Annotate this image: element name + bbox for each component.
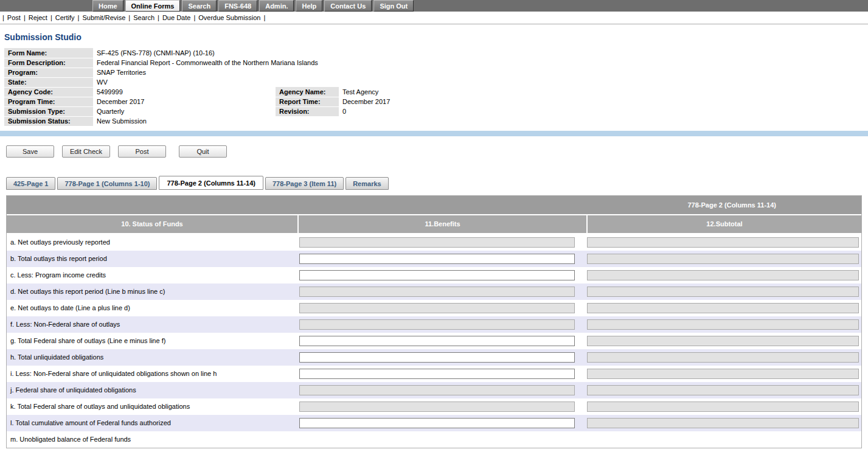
tab-strip: 425-Page 1778-Page 1 (Columns 1-10)778-P… (6, 176, 868, 190)
row-label: b. Total outlays this report period (7, 255, 297, 262)
row-label: i. Less: Non-Federal share of unliquidat… (7, 370, 297, 377)
info-value-form-name: SF-425 (FNS-778) (CNMI-NAP) (10-16) (93, 48, 864, 58)
menu-separator: | (2, 14, 4, 21)
subtotal-cell (585, 287, 861, 297)
benefits-input[interactable] (299, 270, 575, 280)
benefits-input[interactable] (299, 352, 575, 363)
grid-row-g: g. Total Federal share of outlays (Line … (7, 333, 861, 349)
form-info-row: Form Description:Federal Financial Repor… (4, 58, 864, 68)
benefits-input (299, 237, 575, 248)
edit-check-button[interactable]: Edit Check (62, 145, 110, 158)
subtotal-cell (585, 402, 861, 412)
benefits-cell (297, 254, 585, 264)
grid-row-b: b. Total outlays this report period (7, 251, 861, 267)
subtotal-input (587, 237, 859, 248)
info-label-form-description: Form Description: (4, 58, 93, 68)
subtotal-cell (585, 237, 861, 248)
menu-separator: | (24, 14, 26, 21)
tab-778-page-1-columns-1-10[interactable]: 778-Page 1 (Columns 1-10) (57, 177, 157, 190)
subtotal-cell (585, 352, 861, 363)
menu-search[interactable]: Search (133, 14, 155, 21)
subtotal-input (587, 402, 859, 412)
subtotal-input (587, 385, 859, 395)
info-value-report-time: December 2017 (339, 97, 864, 106)
post-button[interactable]: Post (118, 145, 166, 158)
column-header-benefits: 11.Benefits (299, 215, 586, 233)
nav-search[interactable]: Search (182, 0, 217, 12)
benefits-input[interactable] (299, 254, 575, 264)
info-label-agency-name: Agency Name: (276, 87, 339, 97)
benefits-cell (297, 336, 585, 346)
action-buttons: SaveEdit CheckPostQuit (6, 145, 868, 158)
grid-row-a: a. Net outlays previously reported (7, 234, 861, 251)
nav-home[interactable]: Home (92, 0, 123, 12)
grid-row-k: k. Total Federal share of outlays and un… (7, 398, 861, 415)
info-value-agency-name: Test Agency (339, 87, 864, 97)
grid-row-e: e. Net outlays to date (Line a plus line… (7, 300, 861, 316)
benefits-cell (297, 319, 585, 330)
menu-reject[interactable]: Reject (29, 14, 47, 21)
row-label: h. Total unliquidated obligations (7, 353, 297, 361)
menu-overdue-submission[interactable]: Overdue Submission (198, 14, 260, 21)
menu-post[interactable]: Post (7, 14, 21, 21)
form-info-row: Submission Type:QuarterlyRevision:0 (4, 106, 864, 116)
menu-certify[interactable]: Certify (55, 14, 75, 21)
nav-contact-us[interactable]: Contact Us (324, 0, 372, 12)
subtotal-cell (585, 369, 861, 379)
tab-778-page-3-item-11[interactable]: 778-Page 3 (Item 11) (265, 177, 344, 190)
benefits-input (299, 303, 575, 313)
row-label: k. Total Federal share of outlays and un… (7, 403, 297, 410)
nav-online-forms[interactable]: Online Forms (125, 0, 181, 12)
form-info-row: Program:SNAP Territories (4, 68, 864, 77)
info-value-form-description: Federal Financial Report - Commonwealth … (93, 58, 864, 68)
row-label: m. Unobligated balance of Federal funds (7, 436, 297, 443)
benefits-input (299, 385, 575, 395)
subtotal-cell (585, 254, 861, 264)
action-menubar: |Post|Reject|Certify|Submit/Revise|Searc… (0, 12, 868, 24)
benefits-cell (297, 369, 585, 379)
row-label: e. Net outlays to date (Line a plus line… (7, 304, 297, 311)
nav-fns-648[interactable]: FNS-648 (218, 0, 257, 12)
menu-separator: | (263, 14, 265, 21)
benefits-cell (297, 270, 585, 280)
grid-row-i: i. Less: Non-Federal share of unliquidat… (7, 366, 861, 382)
benefits-input[interactable] (299, 336, 575, 346)
benefits-cell (297, 303, 585, 313)
row-label: l. Total cumulative amount of Federal fu… (7, 419, 297, 426)
grid-row-h: h. Total unliquidated obligations (7, 349, 861, 366)
info-label-form-name: Form Name: (4, 48, 93, 58)
tab-remarks[interactable]: Remarks (345, 177, 388, 190)
row-label: a. Net outlays previously reported (7, 238, 297, 246)
info-label-revision: Revision: (276, 106, 339, 116)
benefits-input (299, 402, 575, 412)
info-value-revision: 0 (339, 106, 864, 116)
nav-help[interactable]: Help (296, 0, 322, 12)
benefits-cell (297, 352, 585, 363)
menu-separator: | (193, 14, 195, 21)
benefits-input[interactable] (299, 369, 575, 379)
tab-425-page-1[interactable]: 425-Page 1 (6, 177, 55, 190)
benefits-input[interactable] (299, 418, 575, 428)
menu-due-date[interactable]: Due Date (162, 14, 190, 21)
quit-button[interactable]: Quit (179, 145, 227, 158)
nav-sign-out[interactable]: Sign Out (373, 0, 414, 12)
subtotal-cell (585, 336, 861, 346)
info-label-state: State: (4, 77, 93, 87)
info-value-submission-status: New Submission (93, 116, 864, 126)
nav-admin[interactable]: Admin. (259, 0, 294, 12)
row-label: g. Total Federal share of outlays (Line … (7, 337, 297, 344)
info-value-state: WV (93, 77, 864, 87)
info-value-program-time: December 2017 (93, 97, 276, 106)
info-label-submission-status: Submission Status: (4, 116, 93, 126)
subtotal-input (587, 319, 859, 330)
save-button[interactable]: Save (6, 145, 54, 158)
grid-column-headers: 10. Status of Funds 11.Benefits 12.Subto… (7, 214, 861, 233)
benefits-cell (297, 418, 585, 428)
menu-submit-revise[interactable]: Submit/Revise (82, 14, 125, 21)
benefits-cell (297, 287, 585, 297)
benefits-cell (297, 385, 585, 395)
grid-title: 778-Page 2 (Columns 11-14) (687, 201, 776, 209)
grid-row-l: l. Total cumulative amount of Federal fu… (7, 415, 861, 431)
row-label: j. Federal share of unliquidated obligat… (7, 386, 297, 394)
tab-778-page-2-columns-11-14[interactable]: 778-Page 2 (Columns 11-14) (159, 176, 263, 190)
